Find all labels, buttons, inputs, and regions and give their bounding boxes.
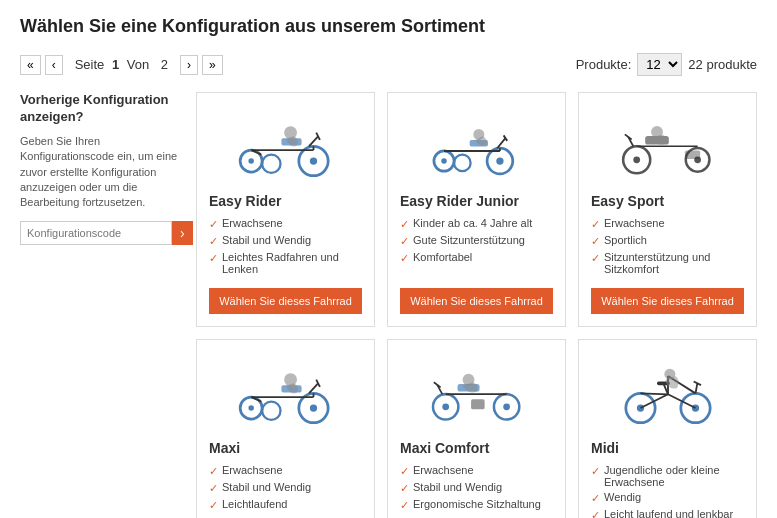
pagination-text: Seite 1 Von 2	[71, 57, 172, 72]
check-icon: ✓	[591, 235, 600, 248]
config-code-input[interactable]	[20, 221, 172, 245]
page-title: Wählen Sie eine Konfiguration aus unsere…	[20, 16, 757, 37]
feature-text: Wendig	[604, 491, 641, 503]
per-page-select[interactable]: 12 24 48	[637, 53, 682, 76]
select-bike-button-easy-rider-junior[interactable]: Wählen Sie dieses Fahrrad	[400, 288, 553, 314]
svg-point-58	[691, 404, 698, 411]
product-card-easy-sport: Easy Sport✓Erwachsene✓Sportlich✓Sitzunte…	[578, 92, 757, 327]
svg-point-56	[636, 404, 643, 411]
feature-item: ✓Kinder ab ca. 4 Jahre alt	[400, 217, 553, 231]
product-name-easy-rider: Easy Rider	[209, 193, 281, 209]
svg-line-43	[308, 383, 317, 393]
feature-text: Stabil und Wendig	[413, 481, 502, 493]
product-name-midi: Midi	[591, 440, 619, 456]
feature-text: Komfortabel	[413, 251, 472, 263]
check-icon: ✓	[400, 252, 409, 265]
pagination-controls: « ‹ Seite 1 Von 2 › »	[20, 55, 223, 75]
feature-item: ✓Ergonomische Sitzhaltung	[400, 498, 553, 512]
feature-text: Jugendliche oder kleine Erwachsene	[604, 464, 744, 488]
svg-point-16	[454, 155, 471, 172]
feature-item: ✓Stabil und Wendig	[400, 481, 553, 495]
feature-item: ✓Gute Sitzunterstützung	[400, 234, 553, 248]
feature-text: Leicht laufend und lenkbar	[604, 508, 733, 518]
pagination-first[interactable]: «	[20, 55, 41, 75]
feature-item: ✓Sitzunterstützung und Sitzkomfort	[591, 251, 744, 275]
product-features-midi: ✓Jugendliche oder kleine Erwachsene✓Wend…	[591, 464, 744, 518]
svg-point-48	[503, 403, 510, 410]
check-icon: ✓	[591, 509, 600, 518]
check-icon: ✓	[209, 482, 218, 495]
svg-point-46	[442, 403, 449, 410]
svg-line-31	[624, 134, 631, 139]
feature-item: ✓Stabil und Wendig	[209, 234, 362, 248]
check-icon: ✓	[209, 235, 218, 248]
feature-text: Leichtes Radfahren und Lenken	[222, 251, 362, 275]
product-image-easy-sport	[591, 105, 744, 185]
product-image-easy-rider-junior	[400, 105, 553, 185]
product-card-maxi: Maxi✓Erwachsene✓Stabil und Wendig✓Leicht…	[196, 339, 375, 518]
product-name-maxi: Maxi	[209, 440, 240, 456]
feature-text: Sportlich	[604, 234, 647, 246]
products-label: Produkte:	[576, 57, 632, 72]
sidebar: Vorherige Konfiguration anzeigen? Geben …	[20, 92, 180, 518]
svg-point-13	[496, 157, 503, 164]
feature-text: Ergonomische Sitzhaltung	[413, 498, 541, 510]
feature-item: ✓Leicht laufend und lenkbar	[591, 508, 744, 518]
feature-item: ✓Leichtes Radfahren und Lenken	[209, 251, 362, 275]
feature-text: Stabil und Wendig	[222, 234, 311, 246]
product-grid: Easy Rider✓Erwachsene✓Stabil und Wendig✓…	[196, 92, 757, 518]
product-name-easy-rider-junior: Easy Rider Junior	[400, 193, 519, 209]
check-icon: ✓	[400, 218, 409, 231]
feature-item: ✓Jugendliche oder kleine Erwachsene	[591, 464, 744, 488]
feature-text: Erwachsene	[413, 464, 474, 476]
svg-point-1	[309, 157, 316, 164]
feature-text: Gute Sitzunterstützung	[413, 234, 525, 246]
feature-item: ✓Stabil und Wendig	[209, 481, 362, 495]
check-icon: ✓	[591, 252, 600, 265]
feature-text: Sitzunterstützung und Sitzkomfort	[604, 251, 744, 275]
product-image-easy-rider	[209, 105, 362, 185]
feature-item: ✓Erwachsene	[400, 464, 553, 478]
feature-text: Erwachsene	[222, 217, 283, 229]
products-per-page-area: Produkte: 12 24 48 22 produkte	[576, 53, 757, 76]
check-icon: ✓	[209, 499, 218, 512]
pagination-prev[interactable]: ‹	[45, 55, 63, 75]
check-icon: ✓	[591, 218, 600, 231]
svg-point-3	[248, 158, 254, 164]
check-icon: ✓	[209, 218, 218, 231]
product-card-maxi-comfort: Maxi Comfort✓Erwachsene✓Stabil und Wendi…	[387, 339, 566, 518]
config-submit-button[interactable]: ›	[172, 221, 193, 245]
select-bike-button-easy-sport[interactable]: Wählen Sie dieses Fahrrad	[591, 288, 744, 314]
pagination-next[interactable]: ›	[180, 55, 198, 75]
check-icon: ✓	[400, 465, 409, 478]
feature-item: ✓Leichtlaufend	[209, 498, 362, 512]
product-image-midi	[591, 352, 744, 432]
feature-text: Stabil und Wendig	[222, 481, 311, 493]
svg-point-34	[309, 404, 316, 411]
product-features-easy-sport: ✓Erwachsene✓Sportlich✓Sitzunterstützung …	[591, 217, 744, 278]
feature-item: ✓Erwachsene	[209, 217, 362, 231]
select-bike-button-easy-rider[interactable]: Wählen Sie dieses Fahrrad	[209, 288, 362, 314]
svg-line-66	[695, 383, 697, 393]
svg-point-24	[633, 156, 640, 163]
product-name-maxi-comfort: Maxi Comfort	[400, 440, 489, 456]
check-icon: ✓	[591, 465, 600, 478]
check-icon: ✓	[591, 492, 600, 505]
svg-point-15	[441, 158, 447, 164]
feature-text: Erwachsene	[222, 464, 283, 476]
feature-text: Erwachsene	[604, 217, 665, 229]
check-icon: ✓	[400, 482, 409, 495]
feature-item: ✓Erwachsene	[209, 464, 362, 478]
product-features-easy-rider-junior: ✓Kinder ab ca. 4 Jahre alt✓Gute Sitzunte…	[400, 217, 553, 268]
svg-line-61	[640, 393, 668, 394]
pagination-last[interactable]: »	[202, 55, 223, 75]
product-name-easy-sport: Easy Sport	[591, 193, 664, 209]
svg-point-36	[248, 405, 254, 411]
check-icon: ✓	[400, 499, 409, 512]
product-card-midi: Midi✓Jugendliche oder kleine Erwachsene✓…	[578, 339, 757, 518]
product-features-maxi: ✓Erwachsene✓Stabil und Wendig✓Leichtlauf…	[209, 464, 362, 515]
product-image-maxi	[209, 352, 362, 432]
product-card-easy-rider-junior: Easy Rider Junior✓Kinder ab ca. 4 Jahre …	[387, 92, 566, 327]
product-image-maxi-comfort	[400, 352, 553, 432]
feature-text: Kinder ab ca. 4 Jahre alt	[413, 217, 532, 229]
